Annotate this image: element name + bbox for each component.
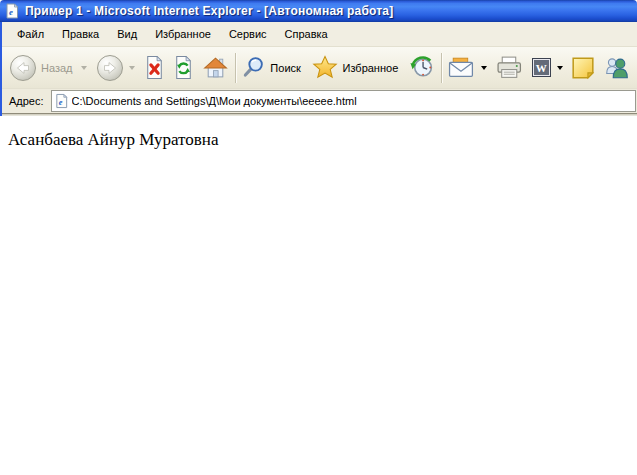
forward-icon xyxy=(97,55,123,81)
print-icon xyxy=(496,56,523,79)
messenger-icon xyxy=(604,56,630,80)
page-content-area: Асанбаева Айнур Муратовна xyxy=(0,116,637,475)
notes-button[interactable] xyxy=(568,50,598,86)
browser-chrome: Файл Правка Вид Избранное Сервис Справка… xyxy=(0,22,637,116)
menu-bar: Файл Правка Вид Избранное Сервис Справка xyxy=(2,22,637,46)
favorites-star-icon xyxy=(312,55,338,80)
menu-item-file[interactable]: Файл xyxy=(8,25,53,43)
mail-button[interactable] xyxy=(445,50,478,86)
mail-dropdown-chevron-icon[interactable] xyxy=(481,66,487,70)
search-button-label: Поиск xyxy=(268,62,302,74)
menu-item-view[interactable]: Вид xyxy=(108,25,146,43)
ie-window-icon[interactable]: e xyxy=(4,3,20,19)
address-field[interactable]: e xyxy=(51,90,636,112)
menu-item-tools[interactable]: Сервис xyxy=(220,25,276,43)
edit-with-word-button[interactable]: W xyxy=(529,50,554,86)
word-letter: W xyxy=(536,62,547,74)
favorites-button-label: Избранное xyxy=(341,62,401,74)
back-icon xyxy=(10,55,36,81)
edit-dropdown-chevron-icon[interactable] xyxy=(557,66,563,70)
history-button[interactable] xyxy=(406,50,437,86)
address-label: Адрес: xyxy=(9,95,44,107)
title-bar[interactable]: e Пример 1 - Microsoft Internet Explorer… xyxy=(0,0,637,22)
page-text: Асанбаева Айнур Муратовна xyxy=(8,130,629,150)
menu-item-favorites[interactable]: Избранное xyxy=(146,25,220,43)
favorites-button[interactable]: Избранное xyxy=(309,50,404,86)
forward-button[interactable] xyxy=(94,50,126,86)
refresh-button[interactable] xyxy=(170,50,197,86)
ie-window: e Пример 1 - Microsoft Internet Explorer… xyxy=(0,0,637,475)
home-icon xyxy=(203,56,228,79)
address-input[interactable] xyxy=(72,93,633,109)
home-button[interactable] xyxy=(200,50,231,86)
stop-button[interactable] xyxy=(141,50,168,86)
search-icon xyxy=(242,56,265,79)
notes-icon xyxy=(571,56,595,80)
window-title: Пример 1 - Microsoft Internet Explorer -… xyxy=(25,4,393,18)
svg-text:e: e xyxy=(9,7,13,17)
menu-item-help[interactable]: Справка xyxy=(276,25,337,43)
mail-icon xyxy=(448,57,475,78)
back-button[interactable]: Назад xyxy=(7,50,78,86)
forward-dropdown-chevron-icon[interactable] xyxy=(129,66,135,70)
menu-item-edit[interactable]: Правка xyxy=(53,25,108,43)
address-bar: Адрес: e xyxy=(2,88,637,114)
refresh-icon xyxy=(173,55,194,80)
standard-buttons-toolbar: Назад xyxy=(2,46,637,88)
edit-with-word-icon: W xyxy=(532,58,551,77)
messenger-button[interactable] xyxy=(601,50,633,86)
back-dropdown-chevron-icon[interactable] xyxy=(81,66,87,70)
stop-icon xyxy=(144,55,165,80)
svg-text:e: e xyxy=(58,97,62,107)
page-file-icon: e xyxy=(54,93,69,109)
search-button[interactable]: Поиск xyxy=(239,50,305,86)
print-button[interactable] xyxy=(493,50,526,86)
history-icon xyxy=(409,55,434,80)
back-button-label: Назад xyxy=(39,62,75,74)
